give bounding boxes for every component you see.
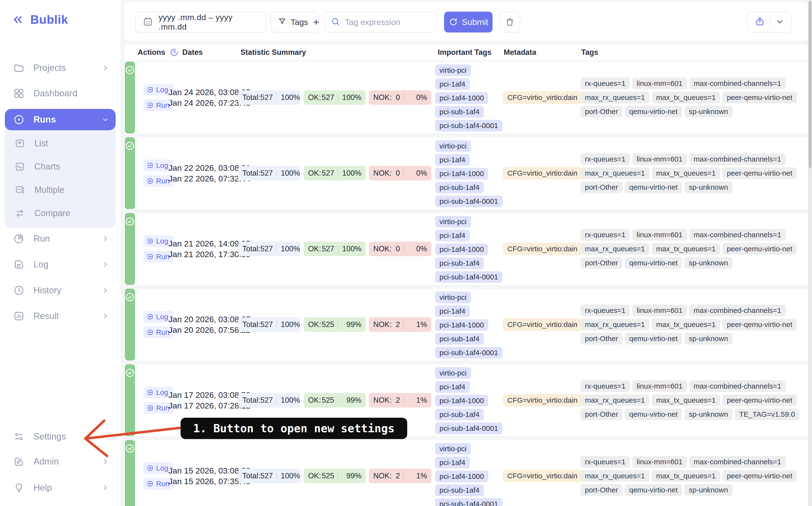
tag-chip[interactable]: max_tx_queues=1 (652, 395, 720, 406)
tag-chip[interactable]: port-Other (581, 333, 622, 344)
clear-filters-button[interactable] (499, 12, 520, 32)
tag-chip[interactable]: max-combined-channels=1 (689, 456, 786, 468)
important-tag-chip[interactable]: pci-1af4 (435, 381, 470, 393)
sidebar-item-result[interactable]: Result (5, 306, 116, 326)
tag-chip[interactable]: port-Other (581, 181, 622, 193)
tag-chip[interactable]: peer-qemu-virtio-net (723, 470, 797, 482)
submit-button[interactable]: Submit (444, 12, 493, 32)
important-tag-chip[interactable]: pci-1af4-1000 (435, 319, 488, 331)
tag-chip[interactable]: max-combined-channels=1 (689, 153, 786, 165)
tag-chip[interactable]: max_tx_queues=1 (652, 167, 720, 179)
tag-chip[interactable]: port-Other (581, 409, 622, 420)
tag-chip[interactable]: linux-mm=601 (632, 153, 687, 165)
tag-chip[interactable]: sp-unknown (685, 106, 732, 117)
tag-chip[interactable]: sp-unknown (685, 333, 732, 344)
tag-chip[interactable]: max-combined-channels=1 (689, 305, 786, 316)
tag-chip[interactable]: TE_TAG=v1.59.0 (735, 409, 799, 420)
tag-chip[interactable]: port-Other (581, 106, 622, 117)
important-tag-chip[interactable]: pci-sub-1af4 (435, 106, 484, 118)
important-tag-chip[interactable]: pci-1af4-1000 (435, 395, 488, 407)
important-tag-chip[interactable]: pci-1af4-1000 (435, 168, 488, 179)
important-tag-chip[interactable]: pci-1af4-1000 (435, 244, 488, 255)
tag-chip[interactable]: max_rx_queues=1 (581, 243, 649, 255)
important-tag-chip[interactable]: pci-sub-1af4 (435, 182, 484, 193)
app-logo[interactable]: Bublik (11, 13, 68, 27)
important-tag-chip[interactable]: pci-sub-1af4 (435, 409, 484, 420)
tag-chip[interactable]: max-combined-channels=1 (689, 381, 786, 392)
sidebar-subitem-compare[interactable]: Compare (5, 201, 116, 225)
export-menu-chevron-icon[interactable] (776, 17, 784, 27)
important-tag-chip[interactable]: virtio-pci (435, 140, 471, 152)
tag-chip[interactable]: max_rx_queues=1 (581, 92, 649, 103)
tag-chip[interactable]: linux-mm=601 (632, 381, 687, 392)
tag-chip[interactable]: max_rx_queues=1 (581, 167, 649, 179)
tag-chip[interactable]: max_rx_queues=1 (581, 470, 649, 482)
important-tag-chip[interactable]: pci-sub-1af4-0001 (435, 271, 502, 283)
metadata-chip[interactable]: CFG=virtio_virtio:dain (503, 470, 582, 482)
sidebar-item-run[interactable]: Run (5, 229, 116, 249)
important-tag-chip[interactable]: virtio-pci (435, 443, 471, 454)
tag-chip[interactable]: linux-mm=601 (632, 305, 687, 316)
important-tag-chip[interactable]: pci-sub-1af4-0001 (435, 498, 502, 506)
tag-chip[interactable]: qemu-virtio-net (625, 484, 682, 496)
tag-chip[interactable]: linux-mm=601 (632, 456, 687, 468)
important-tag-chip[interactable]: virtio-pci (435, 65, 471, 76)
sidebar-item-runs[interactable]: Runs (5, 109, 116, 130)
tag-chip[interactable]: peer-qemu-virtio-net (723, 243, 797, 255)
tag-chip[interactable]: qemu-virtio-net (625, 181, 682, 193)
sidebar-subitem-multiple[interactable]: Multiple (5, 178, 116, 201)
tag-chip[interactable]: max_tx_queues=1 (652, 319, 720, 330)
sidebar-item-history[interactable]: History (5, 280, 116, 301)
tag-chip[interactable]: qemu-virtio-net (625, 257, 682, 269)
sidebar-item-projects[interactable]: Projects (5, 58, 116, 78)
metadata-chip[interactable]: CFG=virtio_virtio:dain (503, 243, 582, 255)
tag-chip[interactable]: sp-unknown (685, 409, 732, 420)
important-tag-chip[interactable]: pci-sub-1af4 (435, 257, 484, 269)
date-range-input[interactable]: yyyy .mm.dd – yyyy .mm.dd (135, 12, 267, 32)
important-tag-chip[interactable]: pci-1af4 (435, 154, 470, 166)
tag-chip[interactable]: max-combined-channels=1 (689, 229, 786, 241)
tag-chip[interactable]: port-Other (581, 257, 622, 269)
important-tag-chip[interactable]: pci-1af4 (435, 230, 470, 241)
important-tag-chip[interactable]: pci-sub-1af4-0001 (435, 347, 502, 358)
metadata-chip[interactable]: CFG=virtio_virtio:dain (503, 394, 582, 407)
metadata-chip[interactable]: CFG=virtio_virtio:dain (503, 318, 582, 331)
tag-chip[interactable]: peer-qemu-virtio-net (723, 319, 797, 330)
important-tag-chip[interactable]: pci-1af4-1000 (435, 471, 488, 482)
tag-chip[interactable]: rx-queues=1 (581, 229, 630, 241)
tag-chip[interactable]: peer-qemu-virtio-net (723, 395, 797, 406)
collapse-sidebar-icon[interactable] (11, 13, 24, 26)
scrollbar-thumb[interactable] (809, 1, 812, 168)
tags-filter-button[interactable]: Tags + (271, 12, 319, 32)
tag-chip[interactable]: rx-queues=1 (581, 153, 630, 165)
tag-chip[interactable]: rx-queues=1 (581, 305, 630, 316)
tag-chip[interactable]: sp-unknown (685, 257, 732, 269)
tag-chip[interactable]: sp-unknown (685, 181, 732, 193)
sidebar-item-dashboard[interactable]: Dashboard (5, 83, 116, 104)
tag-chip[interactable]: rx-queues=1 (581, 456, 630, 468)
tag-chip[interactable]: qemu-virtio-net (625, 106, 682, 117)
tag-expression-input[interactable] (345, 17, 430, 27)
sidebar-item-log[interactable]: Log (5, 254, 116, 275)
share-export-icon[interactable] (754, 16, 765, 28)
sidebar-subitem-charts[interactable]: Charts (5, 155, 116, 178)
important-tag-chip[interactable]: pci-1af4-1000 (435, 92, 488, 104)
tag-chip[interactable]: max_rx_queues=1 (581, 395, 649, 406)
important-tag-chip[interactable]: virtio-pci (435, 216, 471, 228)
tag-chip[interactable]: rx-queues=1 (581, 381, 630, 392)
important-tag-chip[interactable]: pci-sub-1af4-0001 (435, 120, 502, 132)
important-tag-chip[interactable]: pci-1af4 (435, 457, 470, 469)
metadata-chip[interactable]: CFG=virtio_virtio:dain (503, 91, 582, 104)
tag-chip[interactable]: max_tx_queues=1 (652, 470, 720, 482)
sidebar-item-help[interactable]: Help (5, 478, 116, 498)
sidebar-item-admin[interactable]: Admin (5, 451, 116, 472)
tag-chip[interactable]: qemu-virtio-net (625, 333, 682, 344)
tag-chip[interactable]: max-combined-channels=1 (689, 78, 786, 89)
important-tag-chip[interactable]: pci-1af4 (435, 306, 470, 317)
important-tag-chip[interactable]: virtio-pci (435, 367, 471, 379)
sidebar-item-settings[interactable]: Settings (5, 426, 116, 447)
tag-chip[interactable]: linux-mm=601 (632, 78, 687, 89)
sidebar-subitem-list[interactable]: List (5, 132, 116, 155)
important-tag-chip[interactable]: pci-sub-1af4-0001 (435, 195, 502, 207)
tag-chip[interactable]: max_tx_queues=1 (652, 92, 720, 103)
